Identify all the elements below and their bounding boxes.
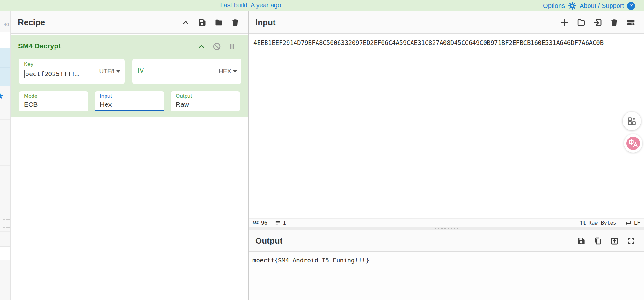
eol-selector[interactable]: LF [634,220,640,226]
operation-list-item[interactable] [0,150,10,165]
open-folder-input-icon[interactable] [593,18,603,27]
maximize-output-icon[interactable] [626,236,636,246]
operation-list-item[interactable] [0,165,10,181]
translate-extension-button[interactable] [624,134,642,153]
input-title: Input [249,18,276,27]
input-header: Input [249,11,644,34]
eol-return-icon [625,220,632,226]
character-count: 96 [261,220,267,226]
key-input[interactable]: oectf2025!!!!… [24,70,95,78]
mode-label: Mode [24,93,38,99]
input-textarea[interactable]: 4EEB1EEF2914D79BFA8C5006332097ED2EF06C4A… [249,34,644,218]
line-count: 1 [283,220,286,226]
iv-label: IV [137,66,144,75]
input-type-label: Input [100,93,112,99]
io-splitter-handle[interactable] [249,227,644,230]
about-support-link[interactable]: About / Support [580,2,624,10]
key-encoding-value: UTF8 [99,68,115,75]
add-input-tab-icon[interactable] [560,18,569,27]
recipe-title: Recipe [11,18,45,27]
output-type-select[interactable]: Output Raw [171,91,240,111]
drop-zone-dash [3,227,10,228]
operation-list-item[interactable] [0,196,10,211]
open-file-folder-icon[interactable] [576,18,586,27]
font-icon[interactable]: Tt [580,220,586,226]
output-header: Output [249,230,644,252]
operation-list-item[interactable] [0,135,10,150]
operation-list-item[interactable] [0,260,10,300]
operation-list-item[interactable] [0,246,10,260]
open-output-in-tab-icon[interactable] [610,236,619,246]
operation-list-item[interactable] [0,104,10,119]
text-cursor [604,39,604,46]
operation-list-item[interactable] [0,67,10,86]
input-type-value: Hex [100,101,112,108]
operations-sidebar[interactable]: 40 ★ [0,11,10,300]
gear-icon[interactable] [568,2,576,10]
breakpoint-pause-icon[interactable] [227,42,237,51]
drop-zone-dash [3,219,10,220]
mode-select[interactable]: Mode ECB [19,91,88,111]
load-recipe-folder-icon[interactable] [214,18,223,27]
favourite-star-icon: ★ [0,91,4,101]
io-area: Input [249,11,644,300]
input-type-select[interactable]: Input Hex [95,91,164,111]
output-title: Output [249,236,282,246]
key-encoding-dropdown[interactable]: UTF8 [99,68,121,75]
operation-title: SM4 Decrypt [18,42,61,50]
iv-encoding-dropdown[interactable]: HEX [219,68,237,75]
operation-list-item[interactable] [0,231,10,246]
mode-value: ECB [24,101,38,108]
notice-banner: Last build: A year ago Options [0,0,644,11]
chevron-down-icon [116,70,120,73]
output-textarea[interactable]: moectf{SM4_Android_I5_Funing!!!} [249,252,644,300]
recipe-panel: Recipe [11,11,249,300]
input-text: 4EEB1EEF2914D79BFA8C5006332097ED2EF06C4A… [253,39,604,46]
options-button[interactable]: Options [543,2,565,10]
clear-input-trash-icon[interactable] [610,18,619,27]
input-status-bar: ABC 96 1 Tt Raw Bytes LF [249,218,644,227]
output-type-value: Raw [176,101,189,108]
clear-recipe-trash-icon[interactable] [231,18,240,27]
cyberchef-app: Last build: A year ago Options [0,0,644,300]
save-recipe-icon[interactable] [197,18,207,27]
operation-list-item[interactable] [0,181,10,196]
extension-widget-button[interactable] [623,112,641,130]
operation-list-item[interactable] [0,48,10,67]
collapse-ops-icon[interactable] [181,18,190,27]
recipe-header: Recipe [11,11,248,34]
last-build-link[interactable]: Last build: A year ago [220,2,281,9]
translate-icon [626,136,640,150]
key-field[interactable]: Key oectf2025!!!!… UTF8 [19,59,125,84]
output-text: moectf{SM4_Android_I5_Funing!!!} [252,257,369,264]
chevron-down-icon [233,70,237,73]
help-icon[interactable]: ? [627,2,635,10]
banner-links: Options Abou [543,0,635,11]
character-count-icon: ABC [253,221,259,225]
operation-list-item[interactable] [0,32,10,48]
operation-count-badge: 40 [4,22,9,27]
iv-field[interactable]: IV HEX [132,59,241,84]
operation-list-item[interactable] [0,119,10,135]
save-output-icon[interactable] [576,236,586,246]
encoding-selector[interactable]: Raw Bytes [589,220,616,226]
iv-encoding-value: HEX [219,68,231,75]
output-type-label: Output [176,93,192,99]
line-count-icon [275,220,280,225]
layout-view-icon[interactable] [626,18,636,27]
operation-sm4-decrypt[interactable]: SM4 Decrypt [11,35,248,117]
collapse-operation-icon[interactable] [197,42,206,51]
squares-sparkle-icon [627,116,637,126]
key-label: Key [24,61,33,68]
copy-output-icon[interactable] [593,236,603,246]
disable-operation-icon[interactable] [212,42,222,51]
